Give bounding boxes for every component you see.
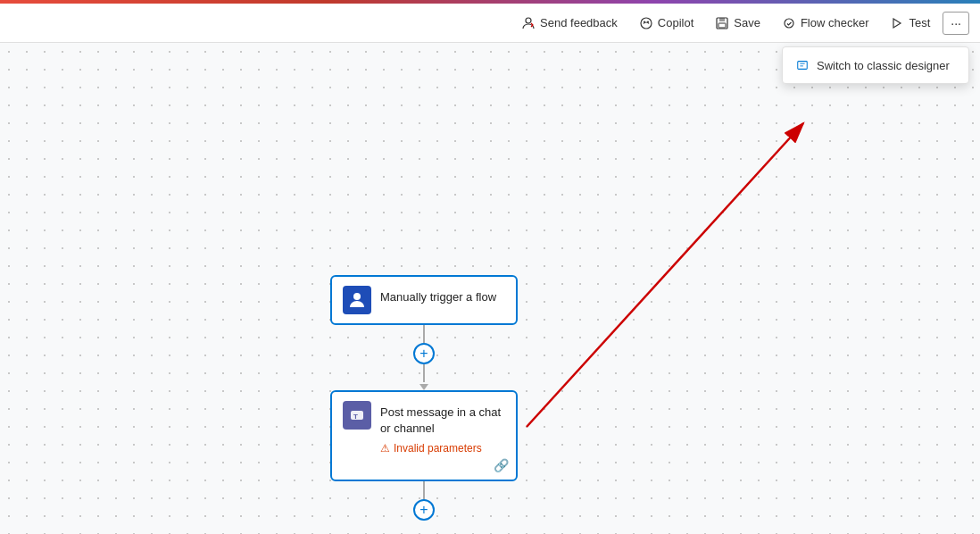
svg-point-9 [353, 293, 361, 300]
connector-line-bottom [423, 364, 425, 382]
action-node-label: Post message in a chat or channel [380, 401, 505, 437]
add-step-button-1[interactable]: + [413, 343, 435, 364]
trigger-node-label: Manually trigger a flow [380, 286, 496, 305]
error-indicator: ⚠ Invalid parameters [380, 442, 505, 455]
svg-rect-5 [719, 18, 725, 21]
test-icon [890, 16, 904, 30]
action-node-content: Post message in a chat or channel ⚠ Inva… [380, 401, 505, 455]
save-label: Save [734, 16, 760, 29]
svg-rect-12 [798, 62, 808, 70]
person-feedback-icon [521, 16, 536, 30]
svg-point-1 [641, 18, 652, 29]
send-feedback-label: Send feedback [540, 16, 618, 29]
save-icon [715, 16, 729, 30]
more-options-dropdown: Switch to classic designer [782, 46, 969, 84]
link-icon: 🔗 [494, 458, 509, 472]
error-message: Invalid parameters [394, 442, 482, 455]
save-button[interactable]: Save [706, 12, 769, 35]
send-feedback-button[interactable]: Send feedback [512, 12, 627, 35]
svg-point-3 [647, 21, 649, 22]
arrow-down-indicator [419, 384, 428, 390]
connector-line-top [423, 325, 425, 343]
connector-line-2 [423, 481, 425, 499]
test-button[interactable]: Test [881, 12, 939, 35]
svg-point-2 [644, 21, 645, 22]
teams-icon-bg: T [343, 401, 371, 430]
trigger-node[interactable]: Manually trigger a flow [330, 275, 518, 325]
flow-checker-button[interactable]: Flow checker [773, 12, 878, 35]
copilot-icon [639, 16, 653, 30]
action-node[interactable]: T Post message in a chat or channel ⚠ In… [330, 390, 518, 481]
svg-point-0 [526, 18, 531, 23]
trigger-node-content: Manually trigger a flow [380, 286, 496, 305]
flow-canvas: Manually trigger a flow + T Post message… [0, 43, 980, 534]
add-step-button-2[interactable]: + [413, 499, 435, 521]
trigger-icon-bg [343, 286, 371, 314]
flow-nodes-container: Manually trigger a flow + T Post message… [330, 275, 518, 521]
more-options-button[interactable]: ··· [943, 12, 969, 35]
more-icon: ··· [951, 16, 961, 30]
switch-classic-designer-item[interactable]: Switch to classic designer [783, 51, 968, 79]
teams-icon: T [348, 406, 366, 424]
svg-line-8 [527, 123, 803, 427]
classic-designer-icon [795, 58, 810, 72]
copilot-label: Copilot [658, 16, 693, 29]
flow-checker-icon [782, 16, 796, 30]
connector-2: + [413, 481, 435, 521]
copilot-button[interactable]: Copilot [630, 12, 702, 35]
connector-1: + [413, 325, 435, 390]
test-label: Test [909, 16, 930, 29]
flow-checker-label: Flow checker [801, 16, 869, 29]
person-trigger-icon [348, 291, 366, 309]
svg-rect-6 [718, 23, 726, 28]
warning-icon: ⚠ [380, 442, 390, 455]
switch-classic-label: Switch to classic designer [817, 59, 950, 72]
svg-text:T: T [353, 413, 358, 421]
header-toolbar: Send feedback Copilot Save [0, 4, 980, 43]
